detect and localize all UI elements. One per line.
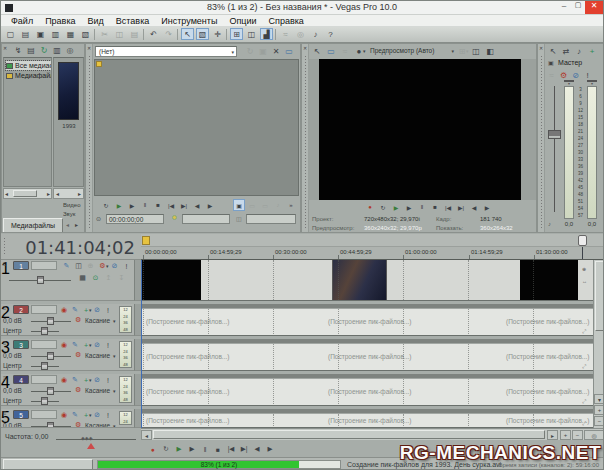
pause-icon[interactable]: ‖ [199,443,211,455]
track-automation-label[interactable]: Касание [85,352,110,359]
track-name-field[interactable] [31,340,57,349]
chevron-down-icon[interactable]: ▾ [113,388,116,394]
track-up-icon[interactable]: ↥ [103,272,114,284]
track-edit-icon[interactable]: ✎ [70,304,80,316]
track-splitter[interactable] [134,374,141,406]
track-record-icon[interactable]: ◉ [59,339,69,351]
audio-event[interactable]: (Построение пик-файлов...)(Построение пи… [142,343,593,371]
track-header-4[interactable]: ≡44◉✎+▾⊘!0,0 dB⚙Касание▾Центр12243648 [1,374,134,406]
event-crossfade-icon[interactable]: ⤢ [582,328,586,335]
track-number-badge[interactable]: 3 [13,340,29,349]
track-edit-icon[interactable]: ✎ [70,409,80,421]
track-automation-label[interactable]: Касание [85,387,110,394]
track-event-row-5[interactable]: (Построение пик-файлов...)(Построение пи… [142,409,593,428]
play-from-start-icon[interactable]: ▶ [173,443,185,455]
zoom-in-time-icon[interactable]: + [560,430,571,440]
track-grip-icon[interactable]: ≡ [3,305,7,311]
event-stretch-icon[interactable]: ↔ [582,278,587,284]
go-to-end-icon[interactable]: ▶| [238,443,250,455]
track-grip-icon[interactable]: ≡ [3,410,7,416]
track-record-icon[interactable]: ◉ [59,304,69,316]
track-record-icon[interactable]: ◉ [59,374,69,386]
track-splitter[interactable] [134,409,141,428]
slider-handle[interactable] [47,387,54,395]
prev-frame-icon[interactable]: ◀ [251,443,263,455]
timeline-vscrollbar[interactable]: ▾ + − [593,260,604,428]
track-number-badge[interactable]: 4 [13,375,29,384]
track-header-1[interactable]: ≡11✎◫⊕⚙▾⊘!▦⊙↥↧ [1,260,134,301]
slider-handle[interactable] [41,327,48,335]
track-header-5[interactable]: ≡55◉✎+▾⊘!0,0 dB⚙Касание▾12243648 [1,409,134,428]
track-mute-icon[interactable]: ⊘ [92,339,102,351]
track-solo-icon[interactable]: ! [103,304,113,316]
zoom-tool-icon[interactable]: ◎ [584,430,604,440]
hscroll-left-icon[interactable]: ◂ [141,430,152,440]
track-header-3[interactable]: ≡33◉✎+▾⊘!0,0 dB⚙Касание▾Центр12243648 [1,339,134,371]
play-icon[interactable]: ▶ [186,443,198,455]
cancel-button[interactable]: Отмена [3,459,93,470]
track-solo-icon[interactable]: ! [103,409,113,421]
track-automation-label[interactable]: Касание [85,317,110,324]
audio-event[interactable]: (Построение пик-файлов...)(Построение пи… [142,308,593,336]
stop-icon[interactable]: ■ [212,443,224,455]
track-edit-icon[interactable]: ✎ [61,260,72,272]
track-gear-icon[interactable]: ⚙ [75,421,81,428]
video-event-black-segment[interactable] [520,260,578,300]
chevron-down-icon[interactable]: ▾ [113,318,116,324]
track-solo-icon[interactable]: ! [103,339,113,351]
vscroll-thumb[interactable] [595,261,604,331]
slider-handle[interactable] [47,422,54,428]
track-copy-icon[interactable]: ◫ [73,260,84,272]
audio-event[interactable]: (Построение пик-файлов...)(Построение пи… [142,413,593,428]
record-icon[interactable]: ● [147,443,159,455]
hscroll-right-icon[interactable]: ▸ [547,430,558,440]
track-header-2[interactable]: ≡22◉✎+▾⊘!0,0 dB⚙Касание▾Центр12243648 [1,304,134,336]
track-mute-icon[interactable]: ⊘ [92,304,102,316]
track-grip-icon[interactable]: ≡ [3,375,7,381]
track-mute-icon[interactable]: ⊘ [92,374,102,386]
track-sync-icon[interactable]: ⊕ [85,260,96,272]
track-mute-icon[interactable]: ⊘ [109,260,120,272]
track-gear-icon[interactable]: ⚙ [75,386,81,394]
zoom-in-track-icon[interactable]: + [594,405,604,415]
event-fx-icon[interactable]: ⊕ [582,266,586,272]
track-event-row-3[interactable]: (Построение пик-файлов...)(Построение пи… [142,339,593,371]
video-event-black-segment[interactable] [142,260,201,300]
track-name-field[interactable] [31,305,57,314]
track-gear-icon[interactable]: ⚙ [75,351,81,359]
slider-handle[interactable] [37,276,44,284]
vscroll-down-icon[interactable]: ▾ [594,394,604,404]
track-down-icon[interactable]: ↧ [116,272,127,284]
track-number-badge[interactable]: 1 [13,261,29,270]
loop-playback-icon[interactable]: ↻ [160,443,172,455]
track-name-field[interactable] [31,410,57,419]
track-grip-icon[interactable]: ≡ [3,261,7,267]
track-mute-icon[interactable]: ⊘ [92,409,102,421]
track-number-badge[interactable]: 2 [13,305,29,314]
track-splitter[interactable] [134,260,141,301]
track-solo-icon[interactable]: ! [121,260,132,272]
chevron-down-icon[interactable]: ▾ [113,353,116,359]
audio-event[interactable]: (Построение пик-файлов...)(Построение пи… [142,378,593,406]
track-event-row-1[interactable]: ⊕↔ [142,260,593,301]
track-camera-icon[interactable]: ⊙ [90,272,101,284]
next-frame-icon[interactable]: ▶ [264,443,276,455]
track-edit-icon[interactable]: ✎ [70,339,80,351]
video-event-thumbnail[interactable] [332,260,387,300]
slider-handle[interactable] [41,362,48,370]
event-crossfade-icon[interactable]: ⤢ [582,363,586,370]
track-edit-icon[interactable]: ✎ [70,374,80,386]
go-to-start-icon[interactable]: |◀ [225,443,237,455]
track-name-field[interactable] [31,261,57,270]
frequency-handle-icon[interactable]: ◈◈◈ [81,435,93,441]
track-record-icon[interactable]: ◉ [59,409,69,421]
track-splitter[interactable] [134,304,141,336]
chevron-down-icon[interactable]: ▾ [113,423,116,428]
track-automation-label[interactable]: Касание [85,422,110,428]
track-name-field[interactable] [31,375,57,384]
event-crossfade-icon[interactable]: ⤢ [582,420,586,427]
track-event-row-4[interactable]: (Построение пик-файлов...)(Построение пи… [142,374,593,406]
zoom-out-track-icon[interactable]: − [594,416,604,426]
slider-handle[interactable] [47,352,54,360]
slider-handle[interactable] [47,317,54,325]
